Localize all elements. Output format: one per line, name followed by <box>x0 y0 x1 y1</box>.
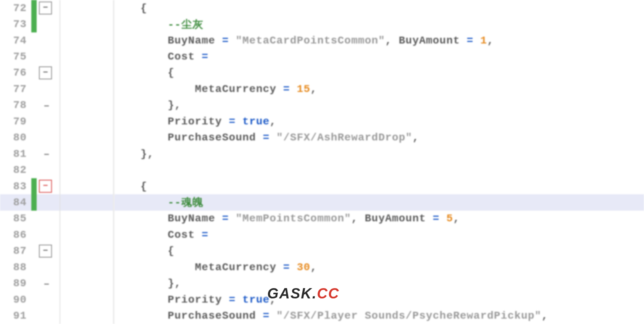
line-number: 72 <box>0 2 31 14</box>
line-number: 85 <box>0 213 31 224</box>
change-marker <box>31 113 37 129</box>
line-number: 90 <box>0 294 31 306</box>
code-text[interactable]: { <box>140 67 644 79</box>
change-marker <box>31 0 37 16</box>
change-marker <box>31 146 37 162</box>
change-marker <box>31 227 37 243</box>
fold-gutter[interactable]: − <box>37 245 60 258</box>
code-text[interactable]: PurchaseSound = "/SFX/Player Sounds/Psyc… <box>140 310 644 322</box>
line-number: 87 <box>0 245 31 257</box>
fold-gutter[interactable]: − <box>37 66 60 79</box>
code-text[interactable]: --魂魄 <box>140 195 644 210</box>
change-marker <box>31 292 37 308</box>
code-text[interactable]: Priority = true, <box>140 116 644 127</box>
line-number: 88 <box>0 261 31 273</box>
change-marker <box>31 16 37 32</box>
code-line[interactable]: 73 --尘灰 <box>0 16 644 32</box>
code-line[interactable]: 77 MetaCurrency = 15, <box>0 81 644 97</box>
change-marker <box>31 194 37 210</box>
code-line[interactable]: 91 PurchaseSound = "/SFX/Player Sounds/P… <box>0 308 644 324</box>
fold-collapse-icon[interactable]: − <box>39 66 52 79</box>
line-number: 82 <box>0 164 31 176</box>
code-line[interactable]: 86 Cost = <box>0 227 644 243</box>
watermark-text-2: CC <box>317 285 339 302</box>
line-number: 83 <box>0 181 31 192</box>
change-marker <box>31 259 37 275</box>
code-line[interactable]: 76− { <box>0 65 644 81</box>
code-editor[interactable]: 72−{73 --尘灰74 BuyName = "MetaCardPointsC… <box>0 0 644 324</box>
code-text[interactable]: Priority = true, <box>140 294 644 306</box>
line-number: 86 <box>0 229 31 241</box>
line-number: 89 <box>0 277 31 289</box>
line-number: 75 <box>0 51 31 63</box>
code-line[interactable]: 88 MetaCurrency = 30, <box>0 259 644 275</box>
line-number: 91 <box>0 310 31 322</box>
line-number: 77 <box>0 83 31 95</box>
change-marker <box>31 81 37 97</box>
line-number: 84 <box>0 197 31 208</box>
code-text[interactable]: { <box>140 2 644 14</box>
line-number: 73 <box>0 18 31 30</box>
fold-collapse-icon[interactable]: − <box>39 2 52 15</box>
code-text[interactable]: }, <box>140 99 644 111</box>
code-text[interactable]: { <box>140 245 644 257</box>
code-text[interactable]: MetaCurrency = 15, <box>140 83 644 95</box>
fold-collapse-icon[interactable]: − <box>39 245 52 258</box>
code-line[interactable]: 72−{ <box>0 0 644 16</box>
code-line[interactable]: 83−{ <box>0 178 644 194</box>
code-text[interactable]: }, <box>140 148 644 160</box>
change-marker <box>31 243 37 259</box>
change-marker <box>31 178 37 194</box>
code-text[interactable]: PurchaseSound = "/SFX/AshRewardDrop", <box>140 132 644 143</box>
code-text[interactable]: --尘灰 <box>140 17 644 32</box>
watermark-text-1: GASK. <box>267 285 317 302</box>
change-marker <box>31 130 37 146</box>
code-line[interactable]: 80 PurchaseSound = "/SFX/AshRewardDrop", <box>0 130 644 146</box>
change-marker <box>31 48 37 64</box>
line-number: 81 <box>0 148 31 160</box>
fold-gutter[interactable]: − <box>37 2 60 15</box>
code-text[interactable]: }, <box>140 277 644 289</box>
code-line[interactable]: 84 --魂魄 <box>0 194 644 210</box>
code-text[interactable]: Cost = <box>140 229 644 241</box>
change-marker <box>31 32 37 48</box>
code-line[interactable]: 82 <box>0 162 644 178</box>
code-line[interactable]: 74 BuyName = "MetaCardPointsCommon", Buy… <box>0 32 644 48</box>
change-marker <box>31 308 37 324</box>
line-number: 79 <box>0 116 31 127</box>
change-marker <box>31 97 37 113</box>
code-text[interactable]: BuyName = "MemPointsCommon", BuyAmount =… <box>140 213 644 224</box>
code-text[interactable]: BuyName = "MetaCardPointsCommon", BuyAmo… <box>140 35 644 47</box>
line-number: 80 <box>0 132 31 143</box>
code-text[interactable]: Cost = <box>140 51 644 63</box>
fold-collapse-icon[interactable]: − <box>39 180 52 193</box>
change-marker <box>31 162 37 178</box>
line-number: 78 <box>0 99 31 111</box>
change-marker <box>31 275 37 291</box>
watermark: GASK.CC <box>267 285 339 302</box>
line-number: 74 <box>0 35 31 47</box>
code-line[interactable]: 81}, <box>0 146 644 162</box>
code-line[interactable]: 87− { <box>0 243 644 259</box>
code-text[interactable]: MetaCurrency = 30, <box>140 261 644 273</box>
code-line[interactable]: 78 }, <box>0 97 644 113</box>
line-number: 76 <box>0 67 31 79</box>
code-line[interactable]: 79 Priority = true, <box>0 113 644 129</box>
code-text[interactable]: { <box>140 181 644 192</box>
code-line[interactable]: 85 BuyName = "MemPointsCommon", BuyAmoun… <box>0 211 644 227</box>
fold-gutter[interactable]: − <box>37 180 60 193</box>
change-marker <box>31 65 37 81</box>
change-marker <box>31 211 37 227</box>
code-line[interactable]: 75 Cost = <box>0 48 644 64</box>
